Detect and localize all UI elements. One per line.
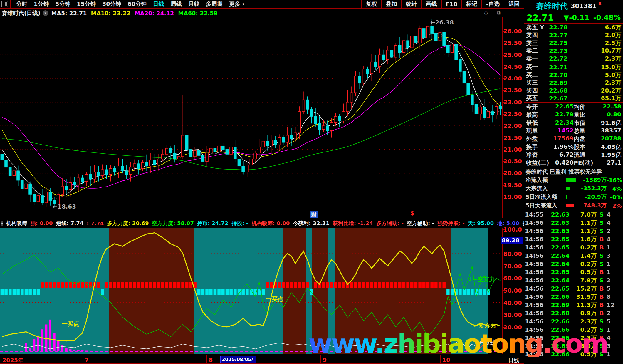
period-tab-4[interactable]: 30分钟 (99, 0, 124, 8)
tick-volume: 0.5万 (570, 268, 597, 276)
action-button-6[interactable]: -自选 (481, 0, 504, 9)
indicator-header-item-6: 持币: 24.72 (197, 220, 228, 227)
tick-count: 3 (607, 343, 618, 350)
main-candlestick-chart[interactable]: ←26.38←18.63 (0, 17, 502, 218)
tick-side: B (597, 293, 607, 300)
axis-tick (503, 90, 505, 91)
order-volume: 2.5万 (605, 39, 621, 47)
chevron-down-icon[interactable]: ▾ (43, 10, 48, 16)
status-line: 赛维时代 已盈利 投票权无差异 (524, 167, 623, 176)
tick-price: 22.63 (544, 219, 570, 226)
order-volume: 2.3万 (605, 79, 621, 87)
period-tab-8[interactable]: 月线 (185, 0, 203, 8)
order-level-label: 买四 (526, 87, 549, 95)
axis-tick (503, 315, 505, 315)
flow-bar (566, 187, 570, 190)
tick-side: S (597, 318, 607, 325)
action-button-1[interactable]: 叠加 (381, 0, 401, 9)
period-tab-3[interactable]: 15分钟 (73, 0, 99, 8)
stat-label: 今开 (526, 103, 538, 111)
period-tab-9[interactable]: 多周期 (203, 0, 226, 8)
tick-row-3[interactable]: 14:5622.651.6万B4 (524, 235, 623, 243)
tick-volume: 31.5万 (570, 293, 597, 301)
bid-row-4[interactable]: 买四22.6820.2万 (524, 87, 623, 95)
action-button-2[interactable]: 统计 (401, 0, 421, 9)
indicator-header-item-14: 天: 95.00 (468, 220, 494, 227)
tick-row-4[interactable]: 14:5622.650.2万B1 (524, 243, 623, 251)
bid-row-3[interactable]: 买三22.692.3万 (524, 79, 623, 87)
bid-row-5[interactable]: 买五22.6765.1万 (524, 95, 623, 103)
flow-pct: -0% (607, 194, 622, 200)
chevron-down-icon[interactable]: ▾ (1, 221, 3, 226)
stock-name[interactable]: 赛维时代 (536, 1, 568, 11)
tick-row-8[interactable]: 14:5622.647.9万S2 (524, 276, 623, 284)
period-tab-6[interactable]: 日线 (150, 0, 167, 8)
action-button-7[interactable]: 返回 (504, 0, 524, 9)
price-axis-label: 22.50 (503, 110, 522, 118)
tick-time: 14:56 (525, 260, 544, 267)
ask-row-4[interactable]: 卖二22.7310.7万 (524, 47, 623, 55)
fund-flow-row-0: 净流入额-1389万-16% (524, 176, 623, 184)
tick-row-0[interactable]: 14:5522.637.0万S4 (524, 210, 623, 219)
stat-value: 38357 (601, 127, 621, 135)
tick-row-11[interactable]: 14:5622.6911.3万B12 (524, 301, 623, 309)
tick-row-2[interactable]: 14:5622.631.1万S2 (524, 227, 623, 235)
period-tab-7[interactable]: 周线 (167, 0, 185, 8)
period-tab-0[interactable]: 分时 (13, 0, 31, 8)
ask-row-5[interactable]: 卖一22.722.3万 (524, 55, 623, 63)
stat-row-6: 净资6.72流通1.95亿 (524, 151, 623, 159)
tick-side: S (597, 260, 607, 267)
period-tab-5[interactable]: 60分钟 (124, 0, 150, 8)
ask-row-2[interactable]: 卖四22.772.0万 (524, 31, 623, 39)
axis-tick (503, 78, 505, 79)
tick-volume: 0.9万 (570, 309, 597, 317)
bid-row-1[interactable]: 买一22.7115.0万 (524, 63, 623, 71)
axis-tick (503, 138, 505, 138)
action-button-5[interactable]: 标记 (461, 0, 481, 9)
svg-text:←18.63: ←18.63 (53, 203, 76, 210)
tick-row-1[interactable]: 14:5622.631.1万S4 (524, 219, 623, 227)
flow-label: 大宗流入 (525, 185, 566, 192)
tick-side: S (597, 211, 607, 218)
ask-row-1[interactable]: 卖五 ¥22.786.6万 (524, 24, 623, 31)
order-price: 22.73 (549, 47, 575, 54)
event-marker-icon[interactable]: $ (410, 210, 414, 216)
time-axis-separator (83, 355, 83, 363)
period-tab-10[interactable]: 更多 › (226, 0, 248, 8)
action-button-3[interactable]: 画线 (421, 0, 441, 9)
stat-value: 22.58 (603, 103, 621, 111)
order-price: 22.67 (549, 95, 575, 102)
event-marker-icon[interactable]: 财 (310, 211, 318, 218)
selected-date-badge[interactable]: 2025/08/05/二 (220, 356, 256, 363)
chart-corner-icons[interactable]: ◇ ⧉ (484, 10, 504, 16)
tick-row-13[interactable]: 14:5622.662.3万S5 (524, 317, 623, 326)
tick-volume: 7.9万 (570, 276, 597, 284)
tick-row-7[interactable]: 14:5622.650.5万B1 (524, 268, 623, 276)
bid-row-2[interactable]: 买二22.705.0万 (524, 71, 623, 79)
tick-row-10[interactable]: 14:5622.6631.5万B8 (524, 293, 623, 301)
tick-row-5[interactable]: 14:5622.641.4万S3 (524, 251, 623, 260)
price-row: 22.71 ▼-0.11 -0.48% (524, 12, 623, 23)
ask-row-3[interactable]: 卖三22.752.5万 (524, 39, 623, 47)
ma-legend-item-1: MA10: 23.22 (91, 10, 130, 16)
axis-tick (503, 150, 505, 150)
tick-side: S (597, 219, 607, 226)
tick-row-6[interactable]: 14:5622.640.2万S1 (524, 260, 623, 268)
period-tab-2[interactable]: 5分钟 (52, 0, 73, 8)
stat-value: 22.65 (555, 103, 574, 111)
price-axis-label: 19.00 (503, 193, 522, 200)
order-level-label: 卖二 (526, 47, 549, 55)
indicator-axis-label: 50.00 (503, 287, 522, 294)
stat-value: 4.03亿 (601, 143, 621, 151)
period-tab-1[interactable]: 1分钟 (31, 0, 52, 8)
tick-volume: 15.2万 (570, 285, 597, 293)
tick-price: 22.64 (544, 252, 570, 259)
window-icon[interactable] (1, 1, 8, 7)
tick-row-9[interactable]: 14:5622.6515.2万B5 (524, 284, 623, 293)
action-button-4[interactable]: F10 (441, 0, 461, 9)
indicator-header-item-13: 强势持股: - (437, 220, 465, 227)
action-button-0[interactable]: 复权 (361, 0, 381, 9)
fund-flow-row-3: 5日大宗流入748.3万2% (524, 201, 623, 210)
axis-tick (503, 197, 505, 197)
tick-row-12[interactable]: 14:5622.680.9万B2 (524, 309, 623, 317)
